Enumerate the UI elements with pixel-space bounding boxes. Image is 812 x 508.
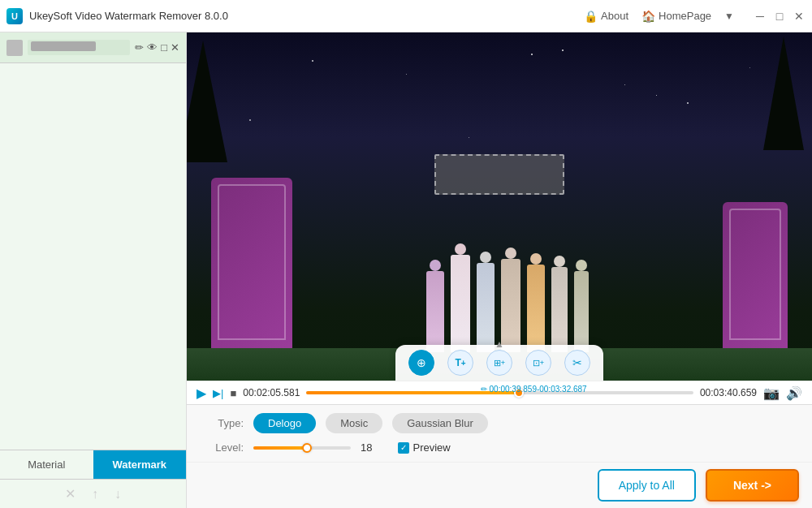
level-thumb — [302, 443, 312, 453]
timeline-range-marker: ✏ 00:00:39.859-00:03:32.687 — [481, 385, 587, 394]
app-title: UkeySoft Video Watermark Remover 8.0.0 — [29, 10, 228, 22]
figures — [300, 190, 715, 352]
about-label: About — [601, 10, 628, 22]
export-icon: ⊡+ — [525, 350, 551, 376]
figure-2 — [451, 243, 470, 352]
action-row: Apply to All Next -> — [187, 462, 812, 508]
timeline-track: ✏ 00:00:39.859-00:03:32.687 — [306, 391, 693, 394]
delete-file-icon[interactable]: ✕ — [171, 41, 179, 54]
video-toolbar: ▲ ⊕ T+ ⊞+ ⊡+ — [395, 345, 603, 381]
figure-5 — [527, 253, 545, 352]
video-background: ▲ ⊕ T+ ⊞+ ⊡+ — [187, 32, 812, 381]
eye-icon[interactable]: 👁 — [147, 41, 158, 54]
titlebar-left: U UkeySoft Video Watermark Remover 8.0.0 — [6, 8, 228, 24]
level-label: Level: — [203, 441, 244, 454]
dropdown-button[interactable]: ▼ — [724, 11, 734, 22]
type-mosic-button[interactable]: Mosic — [326, 413, 382, 433]
preview-label: Preview — [412, 441, 450, 454]
level-value: 18 — [361, 441, 372, 454]
door-left — [211, 178, 292, 356]
figure-6 — [551, 256, 568, 352]
lock-icon: 🔒 — [584, 10, 598, 23]
file-name — [28, 40, 130, 55]
figure-1 — [426, 260, 444, 352]
edit-icon[interactable]: ✏ — [135, 41, 144, 54]
delete-icon[interactable]: ✕ — [65, 486, 76, 502]
type-label: Type: — [203, 417, 244, 429]
copy-icon[interactable]: □ — [161, 41, 167, 54]
figure-7 — [574, 260, 589, 352]
door-right — [723, 202, 788, 356]
cut-button[interactable]: ✂ — [564, 350, 590, 376]
file-thumbnail — [6, 40, 23, 56]
volume-button[interactable]: 🔊 — [786, 385, 802, 401]
thumbnail-area — [0, 63, 186, 450]
homepage-label: HomePage — [659, 10, 711, 22]
file-edit-icons: ✏ 👁 □ ✕ — [135, 41, 179, 54]
move-down-icon[interactable]: ↓ — [114, 487, 121, 502]
homepage-button[interactable]: 🏠 HomePage — [641, 10, 711, 23]
window-controls: ─ □ ✕ — [754, 10, 806, 23]
apply-to-all-button[interactable]: Apply to All — [598, 469, 696, 502]
type-delogo-button[interactable]: Delogo — [253, 413, 316, 433]
toolbar-dropdown-arrow: ▲ — [495, 338, 504, 350]
type-gaussian-button[interactable]: Gaussian Blur — [392, 413, 488, 433]
left-tabs: Material Watermark — [0, 450, 186, 479]
maximize-button[interactable]: □ — [773, 10, 786, 23]
add-logo-icon: ⊞+ — [486, 350, 512, 376]
move-up-icon[interactable]: ↑ — [92, 487, 98, 502]
level-slider-container: 18 — [253, 441, 372, 454]
type-row: Type: Delogo Mosic Gaussian Blur — [203, 413, 796, 433]
tab-material[interactable]: Material — [0, 450, 93, 479]
figure-4 — [501, 248, 520, 352]
timeline[interactable]: ✏ 00:00:39.859-00:03:32.687 — [306, 385, 693, 401]
level-filled — [253, 446, 307, 450]
left-panel: ✏ 👁 □ ✕ Material Watermark ✕ ↑ ↓ — [0, 32, 187, 508]
level-slider[interactable] — [253, 446, 351, 450]
minimize-button[interactable]: ─ — [754, 10, 767, 23]
play-button[interactable]: ▶ — [197, 385, 206, 401]
home-icon: 🏠 — [641, 10, 655, 23]
main-content: ▲ ⊕ T+ ⊞+ ⊡+ — [187, 32, 812, 508]
add-text-icon: T+ — [447, 350, 473, 376]
add-region-button[interactable]: ⊕ — [408, 350, 434, 376]
stop-button[interactable]: ■ — [230, 387, 236, 399]
tab-watermark[interactable]: Watermark — [93, 450, 187, 479]
next-button[interactable]: Next -> — [706, 469, 799, 502]
close-button[interactable]: ✕ — [793, 10, 806, 23]
file-area: ✏ 👁 □ ✕ — [0, 32, 186, 63]
preview-check: ✓ Preview — [398, 441, 450, 454]
watermark-selection-rect[interactable] — [434, 154, 564, 195]
add-region-icon: ⊕ — [408, 350, 434, 376]
figure-3 — [477, 252, 495, 352]
main-layout: ✏ 👁 □ ✕ Material Watermark ✕ ↑ ↓ — [0, 32, 812, 508]
app-icon: U — [6, 8, 23, 24]
titlebar-right: 🔒 About 🏠 HomePage ▼ ─ □ ✕ — [584, 10, 806, 23]
step-forward-button[interactable]: ▶| — [213, 387, 223, 399]
add-text-button[interactable]: T+ — [447, 350, 473, 376]
export-button[interactable]: ⊡+ — [525, 350, 551, 376]
preview-checkbox[interactable]: ✓ — [398, 442, 409, 454]
controls-bar: ▶ ▶| ■ 00:02:05.581 ✏ 00:00:39.859-00:03… — [187, 381, 812, 404]
bottom-panel: Type: Delogo Mosic Gaussian Blur Level: … — [187, 404, 812, 462]
level-row: Level: 18 ✓ Preview — [203, 441, 796, 454]
current-time: 00:02:05.581 — [243, 387, 300, 398]
about-button[interactable]: 🔒 About — [584, 10, 628, 23]
snapshot-button[interactable]: 📷 — [763, 385, 780, 401]
video-area[interactable]: ▲ ⊕ T+ ⊞+ ⊡+ — [187, 32, 812, 381]
left-bottom-controls: ✕ ↑ ↓ — [0, 479, 186, 508]
titlebar: U UkeySoft Video Watermark Remover 8.0.0… — [0, 0, 812, 32]
add-logo-button[interactable]: ⊞+ — [486, 350, 512, 376]
total-time: 00:03:40.659 — [700, 387, 757, 398]
scissors-icon: ✂ — [564, 350, 590, 376]
